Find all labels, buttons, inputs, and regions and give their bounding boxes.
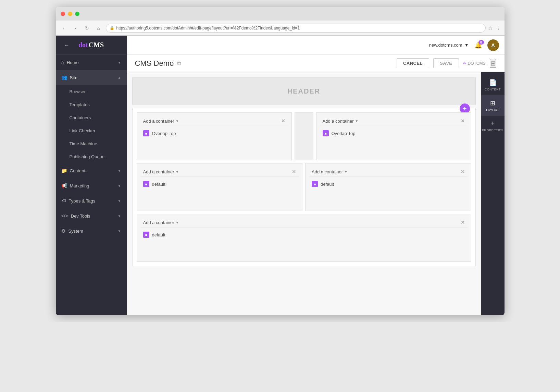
cancel-button[interactable]: CANCEL [397,58,429,68]
copy-button[interactable]: ⧉ [177,60,181,66]
sidebar-item-home[interactable]: ⌂ Home ▼ [56,55,127,70]
content-item-5: ■ default [140,230,468,239]
forward-button[interactable]: › [71,24,80,33]
browser-bar: ‹ › ↻ ⌂ 🔒 https://authoring5.dotcms.com/… [56,21,505,36]
sidebar-item-site[interactable]: 👥 Site ▲ [56,70,127,85]
close-container-button-5[interactable]: ✕ [461,220,465,225]
maximize-dot[interactable] [75,12,79,16]
bookmark-button[interactable]: ☆ [488,25,493,31]
close-container-button-4[interactable]: ✕ [461,169,465,174]
sidebar-item-system-label: System [69,229,83,234]
container-header-5: Add a container ▼ ✕ [140,218,468,228]
sidebar-item-containers[interactable]: Containers [56,111,127,124]
sidebar-item-templates[interactable]: Templates [56,98,127,111]
sidebar-back-button[interactable]: ← [61,40,72,51]
sidebar-item-site-label: Site [70,75,77,80]
add-container-label-2: Add a container [323,119,354,124]
close-container-button-3[interactable]: ✕ [292,169,296,174]
dev-tools-icon: </> [61,213,68,219]
system-arrow-icon: ▼ [118,229,121,233]
panel-item-layout[interactable]: ⊞ LAYOUT [481,95,505,116]
content-item-label-5: default [152,232,165,237]
page-title-row: CMS Demo ⧉ [135,59,181,68]
dropdown-arrow-4: ▼ [344,170,348,174]
header-row: HEADER [132,77,476,105]
content-item-icon-3: ■ [143,181,149,187]
dotcms-tag[interactable]: ✏ DOTCMS [463,61,486,66]
row-1: Add a container ▼ ✕ ■ Overlap Top [137,112,471,160]
container-box-4: Add a container ▼ ✕ ■ default [305,163,471,211]
add-container-dropdown-2[interactable]: Add a container ▼ [323,119,359,124]
add-container-dropdown-3[interactable]: Add a container ▼ [143,169,179,174]
content-item-icon-1: ■ [143,130,149,136]
sidebar-item-publishing-queue-label: Publishing Queue [70,154,105,159]
system-icon: ⚙ [61,228,66,234]
content-item-2: ■ Overlap Top [320,129,468,138]
grid-view-button[interactable]: ⊞ [490,59,496,68]
home-button[interactable]: ⌂ [94,24,103,33]
site-selector[interactable]: new.dotcms.com ▼ [429,42,469,48]
panel-item-content[interactable]: 📄 CONTENT [481,75,505,95]
add-container-label-5: Add a container [143,220,174,225]
menu-button[interactable]: ⋮ [496,25,501,31]
sidebar-item-containers-label: Containers [70,115,91,120]
page-actions: CANCEL SAVE ✏ DOTCMS ⊞ [397,58,496,68]
sidebar-item-publishing-queue[interactable]: Publishing Queue [56,150,127,163]
panel-item-properties[interactable]: + PROPERTIES [481,116,505,136]
gap-col-1 [295,112,313,160]
row-2: Add a container ▼ ✕ ■ default [137,163,471,211]
sidebar-item-content[interactable]: 📁 Content ▼ [56,163,127,178]
sidebar-item-browser[interactable]: Browser [56,85,127,98]
content-item-label-3: default [152,182,165,187]
close-dot[interactable] [61,12,65,16]
add-container-dropdown-5[interactable]: Add a container ▼ [143,220,179,225]
dropdown-arrow-3: ▼ [176,170,179,174]
container-box-2: Add a container ▼ ✕ ■ Overlap Top [316,112,471,160]
sidebar-item-time-machine[interactable]: Time Machine [56,137,127,150]
sidebar-item-system[interactable]: ⚙ System ▼ [56,223,127,238]
save-button[interactable]: SAVE [433,58,459,68]
container-header-3: Add a container ▼ ✕ [140,167,299,177]
sidebar-item-marketing-label: Marketing [70,183,89,188]
refresh-button[interactable]: ↻ [83,24,91,33]
home-arrow-icon: ▼ [118,61,121,64]
dropdown-arrow-1: ▼ [176,119,179,123]
back-button[interactable]: ‹ [59,24,68,33]
site-dropdown-icon: ▼ [464,42,469,48]
sidebar-item-marketing[interactable]: 📢 Marketing ▼ [56,178,127,193]
close-container-button-2[interactable]: ✕ [461,118,465,124]
minimize-dot[interactable] [68,12,72,16]
add-container-dropdown-4[interactable]: Add a container ▼ [312,169,348,174]
sidebar-item-types-tags[interactable]: 🏷 Types & Tags ▼ [56,193,127,208]
content-item-icon-2: ■ [323,130,329,136]
panel-layout-label: LAYOUT [486,108,499,112]
notification-badge: 8 [478,40,484,45]
close-container-button-1[interactable]: ✕ [281,118,285,124]
row-3: Add a container ▼ ✕ ■ default [137,214,471,262]
add-container-dropdown-1[interactable]: Add a container ▼ [143,119,179,124]
canvas-area: HEADER + Add a container [127,72,481,315]
container-header-4: Add a container ▼ ✕ [309,167,468,177]
notifications-button[interactable]: 🔔 8 [474,41,482,49]
sidebar: ← dot CMS ⌂ Home ▼ 👥 Site ▲ Browser [56,36,127,315]
titlebar [56,7,505,21]
content-arrow-icon: ▼ [118,169,121,173]
content-item-4: ■ default [309,180,468,188]
app-body: ← dot CMS ⌂ Home ▼ 👥 Site ▲ Browser [56,36,505,315]
sidebar-item-dev-tools[interactable]: </> Dev Tools ▼ [56,208,127,223]
site-arrow-icon: ▲ [118,76,121,79]
avatar[interactable]: A [487,39,499,51]
url-bar[interactable]: 🔒 https://authoring5.dotcms.com/dotAdmin… [106,24,486,33]
content-panel-icon: 📄 [489,79,497,86]
sidebar-item-time-machine-label: Time Machine [70,141,97,146]
marketing-icon: 📢 [61,183,67,188]
content-item-3: ■ default [140,180,299,188]
sidebar-item-dev-tools-label: Dev Tools [71,213,90,219]
sidebar-item-link-checker[interactable]: Link Checker [56,124,127,137]
dotcms-tag-label: DOTCMS [468,61,486,66]
sidebar-item-types-tags-label: Types & Tags [69,198,96,204]
sidebar-header: ← dot CMS [56,36,127,55]
layout-area: HEADER + Add a container [127,72,505,315]
sidebar-item-browser-label: Browser [70,89,86,94]
sidebar-item-link-checker-label: Link Checker [70,128,96,133]
